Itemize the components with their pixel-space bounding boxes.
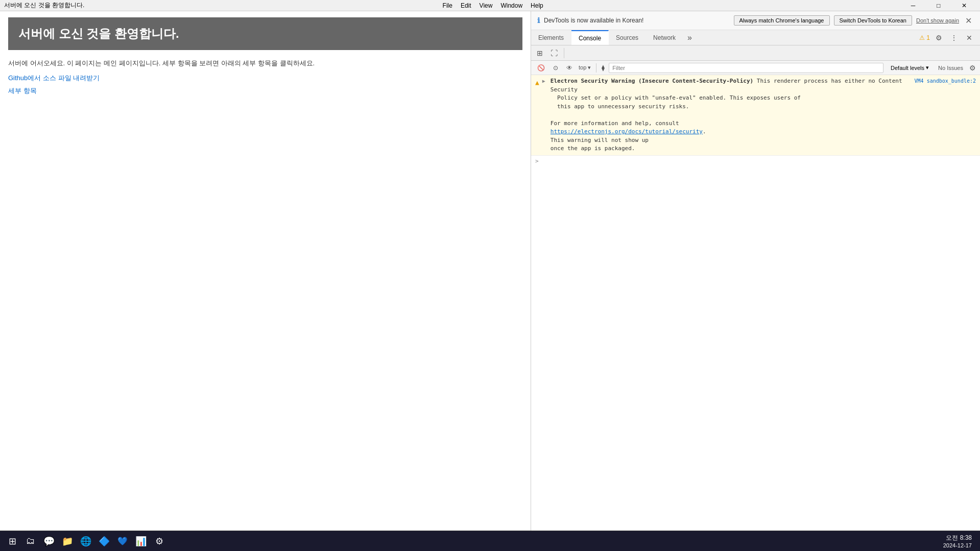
devtools-more-button[interactable]: ⋮ <box>947 31 961 44</box>
taskbar-icon-folder[interactable]: 📁 <box>59 533 76 549</box>
menu-bar: File Edit View Window Help <box>439 1 547 10</box>
default-levels-button[interactable]: Default levels ▾ <box>888 63 932 72</box>
console-toolbar: 🚫 ⊙ 👁 top ▾ ⧫ Default levels ▾ No Issues… <box>531 61 980 75</box>
window-title: 서버에 오신 것을 환영합니다. <box>4 1 84 10</box>
dock-icon[interactable]: ⊞ <box>533 46 546 60</box>
devtools-second-toolbar: ⊞ ⛶ <box>531 45 980 61</box>
devtools-banner: ℹ DevTools is now available in Korean! A… <box>531 11 980 30</box>
dont-show-again-button[interactable]: Don't show again <box>916 17 959 23</box>
menu-view[interactable]: View <box>475 1 497 10</box>
taskbar-icon-blue2[interactable]: 💙 <box>114 533 131 549</box>
taskbar-icon-blue1[interactable]: 🔷 <box>96 533 112 549</box>
security-link[interactable]: https://electronjs.org/docs/tutorial/sec… <box>551 128 703 135</box>
restore-button[interactable]: □ <box>927 0 950 11</box>
page-heading: 서버에 오신 것을 환영합니다. <box>8 17 522 50</box>
taskbar-icon-files[interactable]: 🗂 <box>22 533 39 549</box>
devtools-tabs: Elements Console Sources Network » ⚠ <box>531 30 980 45</box>
menu-window[interactable]: Window <box>496 1 527 10</box>
tab-console[interactable]: Console <box>571 30 609 45</box>
tab-more-button[interactable]: » <box>683 30 696 45</box>
title-bar-left: 서버에 오신 것을 환영합니다. <box>4 1 84 10</box>
close-button[interactable]: ✕ <box>952 0 976 11</box>
banner-close-button[interactable]: ✕ <box>963 16 974 26</box>
window-controls: ─ □ ✕ <box>901 0 976 11</box>
devtools-panel: ℹ DevTools is now available in Korean! A… <box>531 11 980 531</box>
tab-sources[interactable]: Sources <box>609 30 646 45</box>
console-settings-button[interactable]: ⚙ <box>969 64 976 72</box>
console-output: ▲ ▶ Electron Security Warning (Insecure … <box>531 75 980 531</box>
clock-time: 오전 8:38 <box>943 534 972 542</box>
info-icon: ℹ <box>537 16 540 25</box>
device-toolbar-icon[interactable]: ⛶ <box>547 46 561 60</box>
taskbar-icon-browser[interactable]: 🌐 <box>78 533 94 549</box>
title-bar: 서버에 오신 것을 환영합니다. File Edit View Window H… <box>0 0 980 11</box>
switch-devtools-button[interactable]: Switch DevTools to Korean <box>834 15 912 26</box>
menu-edit[interactable]: Edit <box>457 1 475 10</box>
always-match-button[interactable]: Always match Chrome's language <box>734 15 830 26</box>
github-link[interactable]: Github에서 소스 파일 내려받기 <box>8 74 100 82</box>
filter-icon: ⧫ <box>602 64 605 71</box>
warning-triangle-icon: ⚠ <box>919 34 925 41</box>
menu-file[interactable]: File <box>439 1 457 10</box>
taskbar: ⊞ 🗂 💬 📁 🌐 🔷 💙 📊 ⚙ 오전 8:38 2024-12-17 <box>0 531 980 551</box>
devtools-settings-button[interactable]: ⚙ <box>932 31 945 44</box>
message-text: Electron Security Warning (Insecure Cont… <box>551 77 912 153</box>
taskbar-icon-ppt[interactable]: 📊 <box>133 533 149 549</box>
tab-network[interactable]: Network <box>646 30 683 45</box>
banner-text: DevTools is now available in Korean! <box>544 17 730 24</box>
menu-help[interactable]: Help <box>527 1 547 10</box>
collapse-arrow[interactable]: ▶ <box>542 77 545 85</box>
console-warning-message: ▲ ▶ Electron Security Warning (Insecure … <box>531 75 980 156</box>
app-container: 서버에 오신 것을 환영합니다. 서버에 어서오세요. 이 페이지는 메인 페이… <box>0 11 980 551</box>
page-body-text: 서버에 어서오세요. 이 페이지는 메인 페이지입니다. 세부 항목을 보려면 … <box>8 58 522 69</box>
warning-count: ⚠ 1 <box>919 34 930 41</box>
no-issues-button[interactable]: No Issues <box>936 64 965 72</box>
tab-elements[interactable]: Elements <box>531 30 571 45</box>
taskbar-icon-chat[interactable]: 💬 <box>41 533 57 549</box>
detail-link[interactable]: 세부 항목 <box>8 87 37 94</box>
devtools-close-button[interactable]: ✕ <box>963 31 976 44</box>
page-body: 서버에 어서오세요. 이 페이지는 메인 페이지입니다. 세부 항목을 보려면 … <box>8 58 522 96</box>
content-area: 서버에 오신 것을 환영합니다. 서버에 어서오세요. 이 페이지는 메인 페이… <box>0 11 980 531</box>
message-source[interactable]: VM4 sandbox_bundle:2 <box>915 77 976 85</box>
taskbar-icon-settings[interactable]: ⚙ <box>151 533 168 549</box>
filter-input[interactable] <box>609 63 883 73</box>
top-selector-label: top ▾ <box>579 64 591 71</box>
taskbar-clock[interactable]: 오전 8:38 2024-12-17 <box>943 534 976 548</box>
filter-toggle-button[interactable]: ⊙ <box>551 63 560 73</box>
eye-button[interactable]: 👁 <box>564 63 575 73</box>
clear-console-button[interactable]: 🚫 <box>535 63 547 73</box>
warning-icon: ▲ <box>535 78 539 88</box>
clock-date: 2024-12-17 <box>943 542 972 548</box>
console-cursor[interactable] <box>531 156 980 166</box>
start-button[interactable]: ⊞ <box>4 533 20 549</box>
page-content: 서버에 오신 것을 환영합니다. 서버에 어서오세요. 이 페이지는 메인 페이… <box>0 11 531 531</box>
minimize-button[interactable]: ─ <box>901 0 925 11</box>
